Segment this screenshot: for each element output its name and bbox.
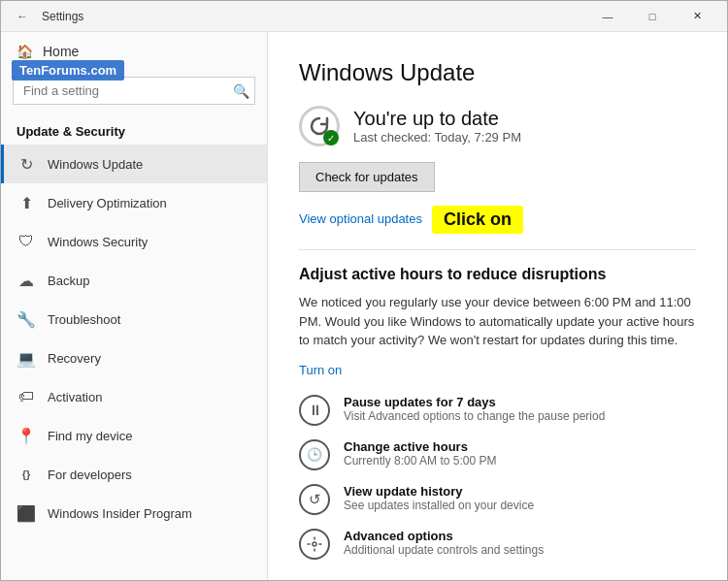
- view-history-title: View update history: [344, 484, 534, 499]
- sidebar-item-label: Troubleshoot: [48, 312, 120, 327]
- update-status-icon: ✓: [299, 106, 340, 146]
- option-advanced-options: Advanced options Additional update contr…: [299, 529, 696, 560]
- sidebar-item-label: Backup: [48, 274, 89, 288]
- advanced-options-icon: [299, 529, 330, 560]
- update-status-row: ✓ You're up to date Last checked: Today,…: [299, 106, 696, 146]
- view-optional-row: View optional updates Click on: [299, 206, 696, 234]
- sidebar-item-label: Windows Update: [48, 157, 143, 172]
- update-heading: You're up to date: [353, 108, 521, 130]
- minimize-button[interactable]: —: [585, 1, 630, 32]
- advanced-options-title: Advanced options: [344, 529, 544, 543]
- recovery-icon: 💻: [17, 348, 36, 368]
- update-status-text-group: You're up to date Last checked: Today, 7…: [353, 108, 521, 145]
- check-updates-button[interactable]: Check for updates: [299, 162, 435, 192]
- sidebar-item-label: Windows Insider Program: [48, 506, 192, 521]
- sidebar-item-label: Delivery Optimization: [48, 196, 167, 210]
- option-change-hours: 🕒 Change active hours Currently 8:00 AM …: [299, 439, 696, 470]
- sidebar-item-windows-security[interactable]: 🛡 Windows Security: [1, 222, 267, 261]
- pause-updates-title: Pause updates for 7 days: [344, 395, 605, 409]
- sidebar-item-label: Recovery: [48, 351, 101, 366]
- content-area: TenForums.com 🏠 Home 🔍 Update & Security…: [1, 32, 727, 580]
- change-hours-title: Change active hours: [344, 439, 496, 454]
- view-history-subtitle: See updates installed on your device: [344, 499, 534, 512]
- find-device-icon: 📍: [17, 426, 36, 445]
- sidebar-item-recovery[interactable]: 💻 Recovery: [1, 339, 267, 377]
- sidebar-item-label: Activation: [48, 390, 102, 404]
- sidebar-item-activation[interactable]: 🏷 Activation: [1, 377, 267, 416]
- backup-icon: ☁: [17, 271, 36, 290]
- sidebar-item-developers[interactable]: {} For developers: [1, 455, 267, 494]
- sidebar-item-label: Find my device: [48, 429, 132, 443]
- title-bar: ← Settings — □ ✕: [1, 1, 727, 32]
- sidebar-home-button[interactable]: 🏠 Home: [1, 32, 267, 71]
- turn-on-link[interactable]: Turn on: [299, 363, 342, 377]
- search-icon[interactable]: 🔍: [233, 83, 249, 99]
- update-last-checked: Last checked: Today, 7:29 PM: [353, 130, 521, 145]
- advanced-options-subtitle: Additional update controls and settings: [344, 543, 544, 557]
- sidebar-item-delivery-optimization[interactable]: ⬆ Delivery Optimization: [1, 183, 267, 222]
- search-input[interactable]: [13, 77, 255, 105]
- activation-icon: 🏷: [17, 387, 36, 406]
- home-icon: 🏠: [17, 44, 33, 59]
- checkmark-badge: ✓: [323, 130, 339, 145]
- sidebar-item-backup[interactable]: ☁ Backup: [1, 261, 267, 300]
- delivery-optimization-icon: ⬆: [17, 193, 36, 212]
- section-divider: [299, 249, 696, 250]
- options-list: ⏸ Pause updates for 7 days Visit Advance…: [299, 395, 696, 560]
- close-button[interactable]: ✕: [675, 1, 719, 32]
- sidebar-item-insider[interactable]: ⬛ Windows Insider Program: [1, 494, 267, 533]
- option-pause-updates: ⏸ Pause updates for 7 days Visit Advance…: [299, 395, 696, 426]
- option-view-history: ↺ View update history See updates instal…: [299, 484, 696, 515]
- developers-icon: {}: [17, 465, 36, 484]
- sidebar-item-troubleshoot[interactable]: 🔧 Troubleshoot: [1, 300, 267, 339]
- maximize-button[interactable]: □: [630, 1, 675, 32]
- sidebar-item-find-device[interactable]: 📍 Find my device: [1, 416, 267, 455]
- view-optional-updates-link[interactable]: View optional updates: [299, 211, 422, 226]
- insider-icon: ⬛: [17, 503, 36, 523]
- main-content: Windows Update ✓ You're up to date Last …: [268, 32, 727, 580]
- clock-icon: 🕒: [299, 439, 330, 470]
- window-title: Settings: [42, 10, 585, 23]
- page-title: Windows Update: [299, 59, 696, 86]
- sidebar-item-windows-update[interactable]: ↻ Windows Update: [1, 145, 267, 183]
- sidebar-item-label: Windows Security: [48, 235, 148, 249]
- sidebar-section-title: Update & Security: [1, 114, 267, 145]
- sidebar-search-container: 🔍: [13, 77, 255, 105]
- windows-security-icon: 🛡: [17, 232, 36, 251]
- pause-updates-subtitle: Visit Advanced options to change the pau…: [344, 409, 605, 423]
- adjust-section-heading: Adjust active hours to reduce disruption…: [299, 266, 696, 283]
- settings-window: ← Settings — □ ✕ TenForums.com 🏠 Home 🔍 …: [0, 0, 728, 581]
- window-controls: — □ ✕: [585, 1, 719, 32]
- sidebar-item-label: For developers: [48, 468, 132, 482]
- windows-update-icon: ↻: [17, 154, 36, 174]
- adjust-section-description: We noticed you regularly use your device…: [299, 293, 696, 350]
- pause-icon: ⏸: [299, 395, 330, 426]
- click-on-badge: Click on: [432, 206, 523, 234]
- troubleshoot-icon: 🔧: [17, 309, 36, 329]
- svg-point-0: [313, 542, 316, 546]
- change-hours-subtitle: Currently 8:00 AM to 5:00 PM: [344, 454, 496, 468]
- back-button[interactable]: ←: [9, 3, 36, 30]
- home-label: Home: [43, 44, 79, 59]
- history-icon: ↺: [299, 484, 330, 515]
- sidebar: TenForums.com 🏠 Home 🔍 Update & Security…: [1, 32, 268, 580]
